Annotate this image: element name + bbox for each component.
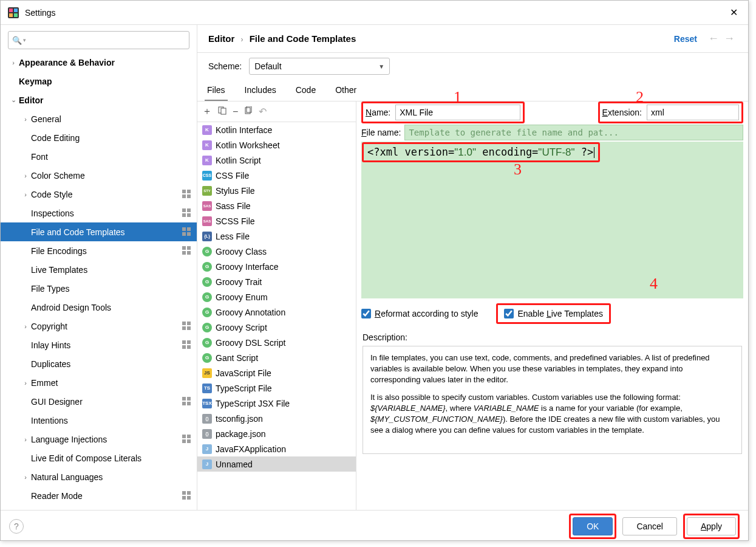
tab-other[interactable]: Other [333, 80, 359, 101]
template-item[interactable]: STYStylus File [197, 183, 356, 198]
tree-item-font[interactable]: Font [1, 147, 197, 166]
template-item[interactable]: TSTypeScript File [197, 380, 356, 396]
template-item[interactable]: GGant Script [197, 350, 356, 365]
template-item-label: Kotlin Worksheet [216, 140, 280, 150]
tree-item-file-and-code-templates[interactable]: File and Code Templates [1, 222, 197, 241]
search-input[interactable]: 🔍▾ [8, 31, 189, 49]
copy-template-icon[interactable] [218, 106, 226, 117]
template-item[interactable]: TSXTypeScript JSX File [197, 396, 356, 411]
template-name-input[interactable] [395, 105, 520, 120]
apply-button[interactable]: Apply [687, 517, 736, 535]
add-icon[interactable]: ＋ [202, 105, 212, 118]
undo-icon[interactable]: ↶ [259, 106, 267, 117]
help-icon[interactable]: ? [9, 519, 24, 534]
tree-item-appearance-behavior[interactable]: ›Appearance & Behavior [1, 53, 197, 72]
template-item[interactable]: {L}Less File [197, 229, 356, 244]
tab-files[interactable]: Files [205, 80, 228, 101]
tree-item-label: Code Style [31, 190, 72, 199]
tree-item-label: File and Code Templates [31, 227, 125, 237]
tree-item-color-scheme[interactable]: ›Color Scheme [1, 166, 197, 185]
duplicate-icon[interactable] [244, 106, 253, 117]
template-item-label: Groovy Class [216, 247, 267, 256]
tree-item-inspections[interactable]: Inspections [1, 204, 197, 222]
scheme-label: Scheme: [208, 61, 242, 71]
template-item[interactable]: SASSass File [197, 198, 356, 213]
tree-item-gui-designer[interactable]: GUI Designer [1, 392, 197, 411]
template-item[interactable]: KKotlin Interface [197, 122, 356, 137]
tree-item-duplicates[interactable]: Duplicates [1, 354, 197, 373]
template-item[interactable]: {}package.json [197, 426, 356, 441]
tab-code[interactable]: Code [293, 80, 318, 101]
template-item[interactable]: SASSCSS File [197, 213, 356, 229]
tree-item-label: Inlay Hints [31, 340, 70, 350]
remove-icon[interactable]: − [233, 106, 238, 117]
svg-rect-38 [187, 491, 191, 495]
reformat-checkbox[interactable]: Reformat according to style [361, 309, 478, 318]
tree-item-general[interactable]: ›General [1, 109, 197, 128]
template-item[interactable]: JUnnamed [197, 456, 356, 472]
file-name-input[interactable]: Template to generate file name and pat..… [404, 125, 743, 140]
live-check-input[interactable] [504, 309, 514, 318]
tree-item-reader-mode[interactable]: Reader Mode [1, 486, 197, 505]
svg-rect-19 [182, 251, 186, 255]
scheme-select[interactable]: Default ▼ [249, 58, 390, 75]
settings-tree[interactable]: ›Appearance & BehaviorKeymap⌄Editor›Gene… [1, 50, 197, 510]
template-item[interactable]: GGroovy Script [197, 320, 356, 335]
ok-button[interactable]: OK [573, 517, 613, 535]
tree-item-inlay-hints[interactable]: Inlay Hints [1, 335, 197, 354]
template-extension-input[interactable] [647, 105, 739, 120]
tree-item-label: Copyright [31, 322, 67, 331]
reformat-label: Reformat according to style [375, 309, 478, 318]
template-item[interactable]: GGroovy Annotation [197, 304, 356, 320]
template-item[interactable]: CSSCSS File [197, 168, 356, 183]
search-icon: 🔍 [12, 36, 22, 45]
tree-item-label: Font [31, 152, 48, 162]
tree-item-intentions[interactable]: Intentions [1, 411, 197, 430]
tree-item-language-injections[interactable]: ›Language Injections [1, 430, 197, 449]
annotation-box-4: Enable Live Templates [496, 303, 611, 324]
template-item[interactable]: GGroovy Trait [197, 274, 356, 289]
template-item[interactable]: JJavaFXApplication [197, 441, 356, 456]
tree-item-android-design-tools[interactable]: Android Design Tools [1, 298, 197, 317]
template-code-editor[interactable]: <?xml version="1.0" encoding="UTF-8" ?> … [361, 142, 743, 298]
tree-item-keymap[interactable]: Keymap [1, 72, 197, 91]
tree-item-copyright[interactable]: ›Copyright [1, 317, 197, 335]
template-item-label: JavaScript File [216, 368, 271, 378]
template-item-label: tsconfig.json [216, 414, 263, 424]
template-item[interactable]: JSJavaScript File [197, 365, 356, 380]
template-list[interactable]: KKotlin InterfaceKKotlin WorksheetKKotli… [197, 122, 356, 510]
template-list-panel: ＋ − ↶ KKotlin InterfaceKKotlin Worksheet… [197, 101, 356, 510]
extension-label: Extension: [602, 108, 642, 117]
breadcrumb-section[interactable]: Editor [208, 33, 234, 44]
template-item[interactable]: KKotlin Worksheet [197, 137, 356, 153]
tree-item-editor[interactable]: ⌄Editor [1, 91, 197, 109]
svg-rect-37 [182, 491, 186, 495]
reformat-check-input[interactable] [361, 309, 371, 318]
tree-item-natural-languages[interactable]: ›Natural Languages [1, 467, 197, 486]
tree-item-file-types[interactable]: File Types [1, 279, 197, 298]
file-type-icon: G [202, 353, 212, 363]
template-item[interactable]: {}tsconfig.json [197, 411, 356, 426]
tab-includes[interactable]: Includes [242, 80, 279, 101]
nav-forward-icon[interactable]: → [724, 32, 735, 45]
description-box: In file templates, you can use text, cod… [363, 346, 742, 454]
file-type-icon: K [202, 140, 212, 150]
template-item[interactable]: GGroovy Enum [197, 289, 356, 304]
svg-rect-22 [187, 322, 191, 325]
reset-link[interactable]: Reset [674, 34, 697, 44]
tree-item-code-editing[interactable]: Code Editing [1, 128, 197, 147]
tree-item-live-templates[interactable]: Live Templates [1, 260, 197, 279]
tree-item-code-style[interactable]: ›Code Style [1, 185, 197, 204]
live-templates-checkbox[interactable]: Enable Live Templates [504, 309, 603, 318]
close-icon[interactable]: ✕ [726, 7, 741, 18]
cancel-button[interactable]: Cancel [622, 517, 677, 535]
tree-item-file-encodings[interactable]: File Encodings [1, 241, 197, 260]
tree-item-emmet[interactable]: ›Emmet [1, 373, 197, 392]
template-item[interactable]: GGroovy Class [197, 244, 356, 259]
tree-item-label: File Encodings [31, 246, 87, 256]
tree-item-live-edit-of-compose-literals[interactable]: Live Edit of Compose Literals [1, 449, 197, 467]
nav-back-icon[interactable]: ← [708, 32, 719, 45]
template-item[interactable]: KKotlin Script [197, 153, 356, 168]
template-item[interactable]: GGroovy DSL Script [197, 335, 356, 350]
template-item[interactable]: GGroovy Interface [197, 259, 356, 274]
